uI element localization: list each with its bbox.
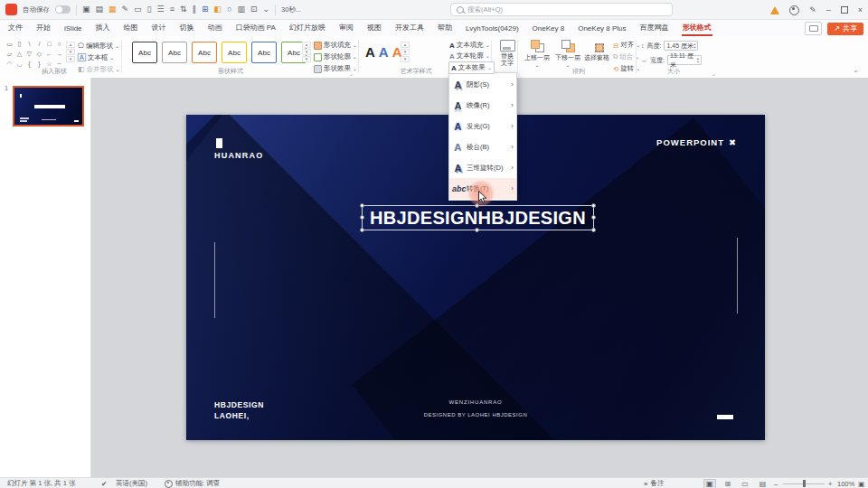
edit-mode-icon[interactable]: ✎ <box>809 6 816 14</box>
resize-handle[interactable] <box>591 215 596 220</box>
send-backward-button[interactable]: 下移一层 ⌄ <box>553 40 582 68</box>
ribbon-tab[interactable]: 绘图 <box>123 23 139 36</box>
share-button[interactable]: ↗ 共享 <box>827 23 863 35</box>
resize-handle[interactable] <box>475 228 479 232</box>
language-indicator[interactable]: 英语(美国) <box>116 478 147 488</box>
close-button[interactable]: × <box>858 6 863 14</box>
shape-style-option[interactable]: Abc <box>162 42 187 63</box>
output-icon[interactable]: ▤ <box>96 5 104 14</box>
ribbon-tab[interactable]: 开发工具 <box>394 23 425 36</box>
ribbon-tab[interactable]: 切换 <box>179 23 195 36</box>
ribbon-tab[interactable]: 动画 <box>207 23 223 36</box>
shape-option-icon[interactable]: \ <box>26 40 33 49</box>
text-effects-menu-item[interactable]: A 阴影(S) › <box>449 74 516 95</box>
fit-to-window-icon[interactable]: ▣ <box>858 478 864 488</box>
app-logo-icon[interactable] <box>5 4 17 15</box>
dialog-launcher-icon[interactable]: ⌟ <box>350 70 353 76</box>
width-spinner[interactable]: ▴▾ <box>697 57 699 64</box>
shape-icon[interactable]: ○ <box>227 5 231 14</box>
accessibility-status[interactable]: 辅助功能: 调查 <box>165 478 220 488</box>
shape-style-option[interactable]: Abc <box>251 42 277 63</box>
resize-handle[interactable] <box>591 228 596 232</box>
distribute-vertical-icon[interactable]: ⇅ <box>180 5 187 14</box>
selected-text-box[interactable]: HBJDESIGNHBJDESIGN <box>362 205 594 230</box>
zoom-in-button[interactable]: + <box>828 478 832 488</box>
shape-option-icon[interactable]: ▽ <box>26 50 33 59</box>
autosave-toggle[interactable] <box>55 5 71 14</box>
picture-icon[interactable]: ▦ <box>108 5 117 14</box>
ribbon-tab[interactable]: 百度网盘 <box>639 23 670 36</box>
height-spinner[interactable]: ▴▾ <box>693 42 695 50</box>
ribbon-tab[interactable]: 幻灯片放映 <box>288 23 326 36</box>
more-tools-icon[interactable]: ⌄ <box>263 5 270 14</box>
slide-thumbnail[interactable] <box>13 86 84 127</box>
chart-icon[interactable]: ◧ <box>214 5 222 14</box>
wordart-style-option[interactable]: A <box>365 42 375 63</box>
shape-option-icon[interactable]: → <box>56 50 62 59</box>
slide-sorter-icon[interactable]: ⊞ <box>723 480 733 488</box>
shape-option-icon[interactable]: ▭ <box>6 40 13 49</box>
grid-icon[interactable]: ▥ <box>237 5 245 14</box>
notes-button[interactable]: ≡ 备注 <box>644 478 664 488</box>
ribbon-tab[interactable]: LvyhTools(0429) <box>465 24 520 36</box>
merge-icon[interactable]: ⊡ <box>250 5 258 14</box>
resize-handle[interactable] <box>360 203 364 208</box>
text-box-button[interactable]: 🄰 文本框 ⌄ <box>78 53 114 62</box>
gallery-more-icon[interactable]: ▾ <box>302 56 311 62</box>
shape-option-icon[interactable]: ◠ <box>6 60 13 69</box>
save-icon[interactable]: ▣ <box>82 5 90 14</box>
search-input[interactable]: 搜索(Alt+Q) <box>450 3 673 16</box>
ribbon-tab[interactable]: OneKey 8 Plus <box>577 24 627 36</box>
scroll-up-icon[interactable]: ▴ <box>401 42 410 48</box>
shape-option-icon[interactable]: ▱ <box>6 50 13 59</box>
restore-button[interactable] <box>841 6 848 14</box>
height-input[interactable]: 1.45 厘米 ▴▾ <box>664 41 698 51</box>
align-center-icon[interactable]: ≡ <box>170 5 175 14</box>
zoom-out-button[interactable]: – <box>774 478 778 488</box>
resize-handle[interactable] <box>591 203 596 208</box>
comments-button[interactable] <box>805 22 822 35</box>
text-fill-button[interactable]: A 文本填充 ⌄ <box>449 41 490 50</box>
distribute-horizontal-icon[interactable]: ∥ <box>192 5 196 14</box>
shape-option-icon[interactable]: ○ <box>56 40 62 49</box>
zoom-slider-thumb[interactable] <box>803 480 806 487</box>
text-effects-menu-item[interactable]: A 映像(R) › <box>449 95 516 116</box>
ribbon-tab[interactable]: 设计 <box>151 23 167 36</box>
ribbon-tab[interactable]: 文件 <box>7 23 24 36</box>
shape-option-icon[interactable]: ← <box>46 50 52 59</box>
zoom-value[interactable]: 100% <box>837 478 854 488</box>
ribbon-tab[interactable]: iSlide <box>63 24 83 36</box>
spellcheck-icon[interactable]: ✔ <box>101 478 107 488</box>
text-effects-menu-item[interactable]: A 三维旋转(D) › <box>449 157 516 178</box>
edit-shape-button[interactable]: ⬠ 编辑形状 ⌄ <box>78 42 119 51</box>
warning-icon[interactable] <box>770 6 779 14</box>
shape-option-icon[interactable]: ▯ <box>16 40 23 49</box>
shape-fill-button[interactable]: 形状填充 ⌄ <box>314 41 357 50</box>
account-icon[interactable] <box>789 5 799 15</box>
resize-handle[interactable] <box>360 215 364 220</box>
text-effects-menu-item[interactable]: A 棱台(B) › <box>449 136 516 157</box>
bring-forward-button[interactable]: 上移一层 ⌄ <box>523 40 552 68</box>
reading-view-icon[interactable]: ▭ <box>740 480 750 488</box>
textbox-tool-icon[interactable]: ▭ <box>134 5 142 14</box>
shape-option-icon[interactable]: □ <box>46 40 52 49</box>
wordart-style-option[interactable]: A <box>379 42 389 63</box>
ribbon-tab[interactable]: 形状格式 <box>682 23 712 36</box>
shape-option-icon[interactable]: / <box>36 40 42 49</box>
shape-outline-button[interactable]: 形状轮廓 ⌄ <box>314 52 357 61</box>
shape-style-option[interactable]: Abc <box>132 42 157 63</box>
scroll-down-icon[interactable]: ▾ <box>302 49 311 55</box>
table-icon[interactable]: ⊞ <box>202 5 209 14</box>
text-effects-button[interactable]: A 文本效果 ⌄ <box>448 61 495 74</box>
ribbon-tab[interactable]: 开始 <box>35 23 52 36</box>
shape-style-option[interactable]: Abc <box>222 42 247 63</box>
gallery-more-icon[interactable]: ▾ <box>401 56 410 62</box>
width-input[interactable]: 13.11 厘米 ▴▾ <box>667 55 702 65</box>
scroll-up-icon[interactable]: ▴ <box>66 42 75 48</box>
slide-title[interactable]: HBJDESIGNHBJDESIGN <box>363 206 593 230</box>
resize-handle[interactable] <box>360 228 364 232</box>
slideshow-icon[interactable]: ▤ <box>758 480 769 488</box>
normal-view-icon[interactable]: ▣ <box>703 479 716 488</box>
ribbon-tab[interactable]: 插入 <box>95 23 111 36</box>
scroll-down-icon[interactable]: ▾ <box>401 49 410 55</box>
